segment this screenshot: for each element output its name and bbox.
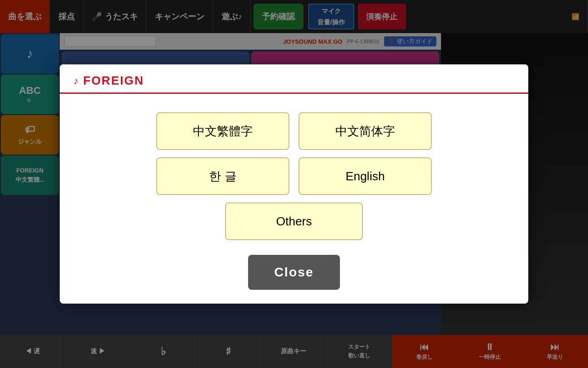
language-row-2: 한 글 English (87, 157, 501, 195)
language-row-1: 中文繁體字 中文简体字 (87, 112, 501, 150)
modal-overlay: ♪ FOREIGN 中文繁體字 中文简体字 한 글 English Others… (0, 0, 588, 368)
korean-button[interactable]: 한 글 (156, 157, 289, 195)
chinese-simplified-button[interactable]: 中文简体字 (299, 112, 432, 150)
english-button[interactable]: English (299, 157, 432, 195)
foreign-modal: ♪ FOREIGN 中文繁體字 中文简体字 한 글 English Others… (60, 64, 528, 304)
close-button[interactable]: Close (248, 255, 340, 290)
modal-body: 中文繁體字 中文简体字 한 글 English Others Close (60, 94, 528, 304)
language-row-3: Others (87, 202, 501, 240)
modal-header: ♪ FOREIGN (60, 64, 528, 94)
chinese-traditional-button[interactable]: 中文繁體字 (156, 112, 289, 150)
others-button[interactable]: Others (225, 202, 363, 240)
music-note-icon: ♪ (74, 75, 79, 87)
modal-title: FOREIGN (83, 74, 144, 88)
